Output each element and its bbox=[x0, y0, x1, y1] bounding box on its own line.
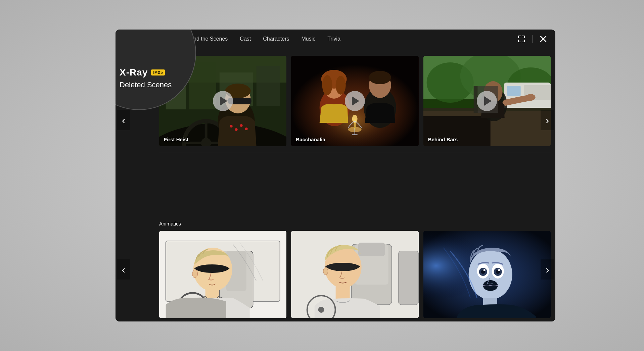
svg-point-63 bbox=[192, 270, 198, 278]
expand-button[interactable] bbox=[516, 34, 527, 44]
svg-rect-72 bbox=[399, 251, 419, 305]
svg-rect-71 bbox=[358, 243, 385, 256]
deleted-scenes-row: First Heist bbox=[159, 56, 551, 146]
svg-point-33 bbox=[322, 75, 332, 95]
svg-point-89 bbox=[498, 269, 500, 271]
svg-point-88 bbox=[483, 269, 485, 271]
xray-panel: X-Ray IMDb Deleted Scenes Behind the Sce… bbox=[116, 30, 555, 321]
svg-point-37 bbox=[369, 71, 391, 84]
svg-point-20 bbox=[230, 125, 233, 128]
tab-cast[interactable]: Cast bbox=[240, 35, 251, 43]
animatics-section: Animatics ‹ bbox=[116, 217, 555, 321]
video-title-first-heist: First Heist bbox=[164, 137, 188, 142]
left-nav-arrow[interactable]: ‹ bbox=[117, 110, 130, 130]
animatics-label: Animatics bbox=[159, 221, 181, 227]
left-nav-arrow-animatics[interactable]: ‹ bbox=[117, 259, 130, 280]
play-button-bacchanalia[interactable] bbox=[345, 91, 365, 111]
play-button-first-heist[interactable] bbox=[213, 91, 233, 111]
animatics-row bbox=[159, 231, 551, 318]
top-controls bbox=[516, 34, 549, 44]
svg-rect-5 bbox=[257, 66, 280, 106]
animatic-card-2[interactable] bbox=[291, 231, 418, 318]
svg-point-74 bbox=[323, 267, 328, 275]
animatic-card-3[interactable] bbox=[423, 231, 551, 318]
right-nav-arrow[interactable]: › bbox=[541, 110, 554, 130]
deleted-scenes-badge-label: Deleted Scenes bbox=[120, 81, 172, 89]
svg-point-54 bbox=[526, 94, 535, 101]
right-nav-arrow-animatics[interactable]: › bbox=[541, 259, 554, 280]
svg-rect-75 bbox=[336, 286, 350, 300]
svg-point-34 bbox=[336, 76, 346, 95]
tab-trivia[interactable]: Trivia bbox=[327, 35, 340, 43]
video-title-behind-bars: Behind Bars bbox=[428, 137, 458, 142]
play-button-behind-bars[interactable] bbox=[477, 91, 497, 111]
controls-divider bbox=[532, 35, 533, 43]
svg-point-21 bbox=[235, 128, 238, 131]
video-card-behind-bars[interactable]: Behind Bars bbox=[423, 56, 551, 146]
xray-label: X-Ray bbox=[120, 67, 148, 78]
svg-point-22 bbox=[240, 124, 243, 127]
video-card-bacchanalia[interactable]: Bacchanalia bbox=[291, 56, 418, 146]
tab-characters[interactable]: Characters bbox=[263, 35, 289, 43]
video-title-bacchanalia: Bacchanalia bbox=[296, 137, 325, 142]
imdb-badge: IMDb bbox=[151, 69, 165, 76]
svg-rect-46 bbox=[507, 86, 520, 96]
tab-music[interactable]: Music bbox=[301, 35, 315, 43]
svg-rect-39 bbox=[352, 134, 358, 135]
animatic-card-1[interactable] bbox=[159, 231, 286, 318]
close-button[interactable] bbox=[538, 34, 549, 44]
svg-point-23 bbox=[245, 128, 248, 130]
svg-point-77 bbox=[318, 307, 324, 313]
section-separator bbox=[159, 152, 551, 152]
